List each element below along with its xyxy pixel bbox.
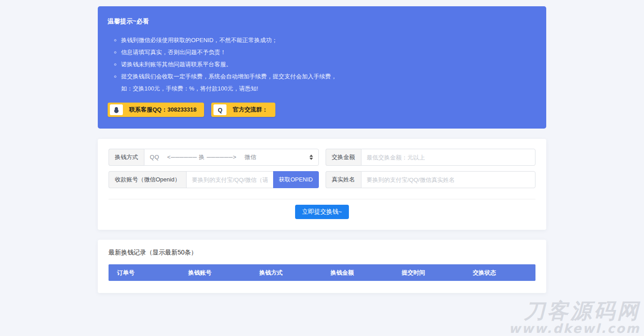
form-divider <box>109 199 535 199</box>
main-container: 温馨提示~必看 换钱到微信必须使用获取的OPENID，不然不能正常换成功； 信息… <box>98 0 546 293</box>
col-exchange-method: 换钱方式 <box>251 269 322 277</box>
method-select[interactable]: QQ <────── 换 ──────> 微信 <box>144 149 319 166</box>
method-label: 换钱方式 <box>109 149 144 166</box>
qq-penguin-icon <box>110 104 123 115</box>
site-watermark: 刀客源码网 www.dkewl.com <box>509 300 640 335</box>
contact-qq-button[interactable]: 联系客服QQ：308233318 <box>108 103 204 117</box>
col-exchange-status: 交换状态 <box>464 269 535 277</box>
exchange-form-card: 换钱方式 QQ <────── 换 ──────> 微信 交换金额 收款账号（微… <box>98 139 546 230</box>
notice-panel: 温馨提示~必看 换钱到微信必须使用获取的OPENID，不然不能正常换成功； 信息… <box>98 6 546 129</box>
submit-exchange-button[interactable]: 立即提交换钱~ <box>295 205 349 219</box>
col-submit-time: 提交时间 <box>393 269 465 277</box>
records-table-header: 订单号 换钱账号 换钱方式 换钱金额 提交时间 交换状态 <box>109 264 535 281</box>
notice-item: 信息请填写真实，否则出问题不予负责！ <box>121 46 536 58</box>
notice-item: 提交换钱我们会收取一定手续费，系统会自动增加手续费，提交支付会加入手续费， 如：… <box>121 70 536 95</box>
account-input[interactable] <box>186 171 273 188</box>
realname-label: 真实姓名 <box>326 171 361 188</box>
amount-field-group: 交换金额 <box>326 149 536 166</box>
col-exchange-amount: 换钱金额 <box>322 269 393 277</box>
watermark-site-url: www.dkewl.com <box>509 322 640 335</box>
submit-row: 立即提交换钱~ <box>109 205 535 219</box>
watermark-site-name: 刀客源码网 <box>509 300 640 322</box>
notice-item: 诺换钱未到账等其他问题请联系平台客服。 <box>121 58 536 70</box>
col-order-id: 订单号 <box>109 269 180 277</box>
official-group-label: 官方交流群： <box>233 106 268 114</box>
notice-item: 换钱到微信必须使用获取的OPENID，不然不能正常换成功； <box>121 34 536 46</box>
records-card: 最新换钱记录（显示最新50条） 订单号 换钱账号 换钱方式 换钱金额 提交时间 … <box>98 240 546 293</box>
account-field-group: 收款账号（微信Openid） 获取OPENID <box>109 171 319 188</box>
realname-input[interactable] <box>361 171 536 188</box>
contact-qq-label: 联系客服QQ：308233318 <box>129 106 196 114</box>
get-openid-button[interactable]: 获取OPENID <box>273 171 319 188</box>
form-grid: 换钱方式 QQ <────── 换 ──────> 微信 交换金额 收款账号（微… <box>109 149 535 188</box>
notice-buttons-row: 联系客服QQ：308233318 Q 官方交流群： <box>108 103 536 117</box>
qq-group-icon: Q <box>213 104 226 115</box>
col-exchange-account: 换钱账号 <box>180 269 251 277</box>
notice-item-continuation: 如：交换100元，手续费：%，将付款100元，请悉知! <box>121 82 536 95</box>
amount-label: 交换金额 <box>326 149 361 166</box>
notice-title: 温馨提示~必看 <box>108 17 536 26</box>
records-title: 最新换钱记录（显示最新50条） <box>109 249 535 257</box>
official-group-button[interactable]: Q 官方交流群： <box>211 103 275 117</box>
select-caret-icon <box>309 155 313 160</box>
method-selected-value: QQ <────── 换 ──────> 微信 <box>150 153 306 161</box>
method-field-group: 换钱方式 QQ <────── 换 ──────> 微信 <box>109 149 319 166</box>
account-label: 收款账号（微信Openid） <box>109 171 186 188</box>
realname-field-group: 真实姓名 <box>326 171 536 188</box>
notice-list: 换钱到微信必须使用获取的OPENID，不然不能正常换成功； 信息请填写真实，否则… <box>108 34 536 95</box>
amount-input[interactable] <box>361 149 536 166</box>
